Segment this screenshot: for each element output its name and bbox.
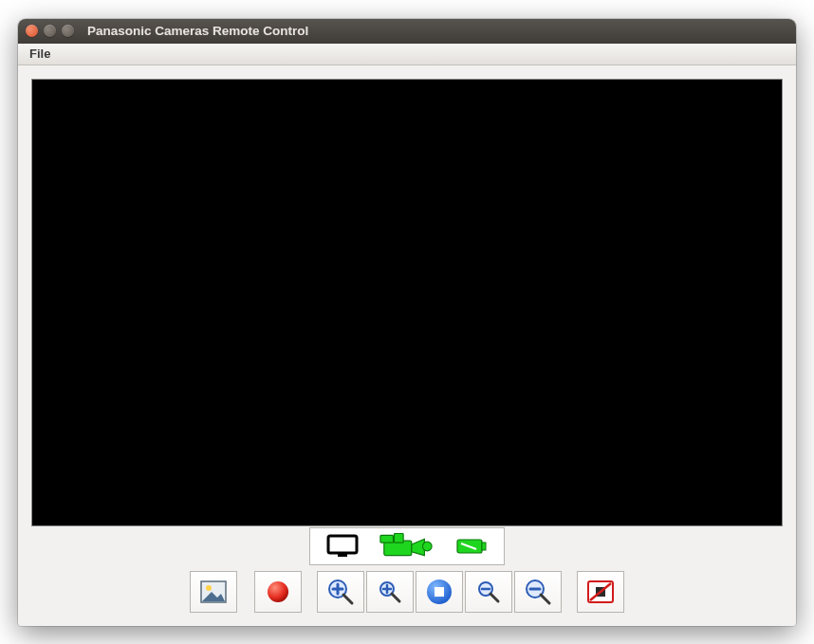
svg-point-10 — [206, 585, 212, 591]
menubar: File — [18, 44, 796, 65]
svg-line-18 — [392, 594, 399, 601]
zoom-fit-icon — [425, 578, 453, 606]
svg-rect-22 — [435, 587, 444, 597]
window-title: Panasonic Cameras Remote Control — [87, 24, 308, 38]
window-minimize-button[interactable] — [44, 25, 56, 37]
svg-line-14 — [343, 595, 352, 603]
svg-line-27 — [541, 595, 549, 603]
titlebar: Panasonic Cameras Remote Control — [18, 19, 796, 44]
zoom-out-button[interactable] — [514, 571, 562, 613]
record-button[interactable] — [254, 571, 302, 613]
zoom-in-step-button[interactable] — [366, 571, 414, 613]
toolbar — [190, 571, 624, 613]
content-area — [18, 65, 796, 626]
zoom-out-step-button[interactable] — [465, 571, 512, 613]
app-window: Panasonic Cameras Remote Control File — [18, 19, 796, 626]
svg-rect-4 — [394, 533, 403, 543]
stop-group — [577, 571, 624, 613]
display-mode-button[interactable] — [314, 532, 371, 561]
svg-point-12 — [268, 581, 288, 602]
zoom-out-step-icon — [475, 579, 502, 605]
monitor-icon — [326, 534, 359, 559]
zoom-in-icon — [326, 578, 355, 606]
record-icon — [266, 580, 290, 604]
zoom-out-icon — [524, 578, 552, 606]
playback-mode-button[interactable] — [443, 532, 500, 561]
svg-rect-3 — [380, 535, 394, 543]
menu-file[interactable]: File — [24, 45, 56, 63]
stop-capture-button[interactable] — [577, 571, 624, 613]
capture-group — [190, 571, 302, 613]
window-maximize-button[interactable] — [62, 25, 74, 37]
zoom-in-button[interactable] — [317, 571, 364, 613]
svg-rect-0 — [328, 536, 357, 553]
svg-point-6 — [422, 542, 432, 551]
playback-icon — [455, 536, 488, 557]
window-close-button[interactable] — [26, 25, 38, 37]
picture-icon — [200, 580, 227, 603]
camcorder-mode-button[interactable] — [379, 532, 435, 561]
snapshot-button[interactable] — [190, 571, 237, 613]
zoom-group — [317, 571, 562, 613]
stop-capture-icon — [586, 580, 615, 604]
controls-container — [31, 526, 783, 613]
video-preview — [31, 79, 783, 526]
svg-rect-8 — [482, 543, 486, 550]
svg-line-24 — [490, 594, 498, 601]
camcorder-icon — [379, 533, 435, 560]
zoom-fit-button[interactable] — [416, 571, 463, 613]
zoom-in-step-icon — [377, 579, 403, 605]
svg-rect-1 — [338, 554, 347, 557]
mode-strip — [309, 527, 505, 565]
